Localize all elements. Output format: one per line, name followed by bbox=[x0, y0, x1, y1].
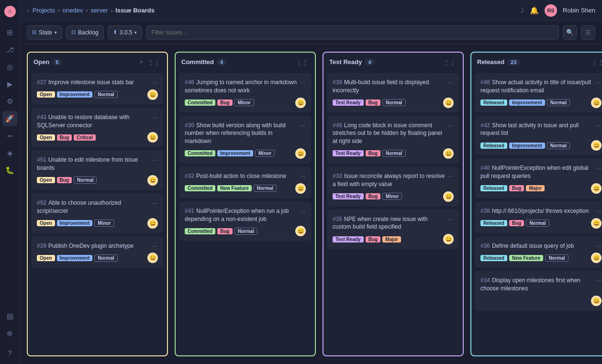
breadcrumb-projects[interactable]: Projects bbox=[33, 7, 55, 14]
user-name: Robin Shen bbox=[563, 7, 595, 14]
card-avatar: 😄 bbox=[591, 183, 602, 194]
card-avatar: 😄 bbox=[443, 98, 454, 108]
card-id: #42 bbox=[480, 122, 490, 129]
table-row[interactable]: #35NPE when create new issue with custom… bbox=[327, 210, 459, 249]
card-menu-icon[interactable]: ··· bbox=[596, 78, 602, 86]
table-row[interactable]: #39Multi-build issue field is displayed … bbox=[327, 73, 459, 112]
card-footer: CommittedBugMinor 😄 bbox=[185, 98, 306, 108]
column-menu-icon[interactable]: ⋮⋮ bbox=[443, 57, 457, 66]
table-row[interactable]: #30Show build version along with build n… bbox=[179, 116, 311, 163]
milestone-filter-button[interactable]: ⬆ 3.0.5 ▾ bbox=[108, 25, 143, 40]
table-row[interactable]: #40NullPointerException when edit global… bbox=[475, 159, 602, 198]
badge-released: Released bbox=[480, 99, 507, 106]
card-footer: CommittedNew FeatureNormal 😄 bbox=[185, 183, 306, 194]
sidebar-toggle-icon[interactable]: › bbox=[27, 7, 29, 14]
table-row[interactable]: #34Display open milestones first when ch… bbox=[475, 271, 602, 310]
table-row[interactable]: #48Show actual activity in title of issu… bbox=[475, 73, 602, 112]
table-row[interactable]: #41NullPointerException when run a job d… bbox=[179, 202, 311, 241]
card-header: #48Show actual activity in title of issu… bbox=[480, 78, 602, 95]
card-title: #33Issue reconcile always report to reso… bbox=[333, 172, 446, 188]
column-menu-icon[interactable]: ⋮⋮ bbox=[295, 57, 309, 66]
card-header: #45Long code block in issue comment stre… bbox=[333, 121, 454, 145]
card-menu-icon[interactable]: ··· bbox=[448, 78, 454, 86]
state-filter-button[interactable]: ⊟ State ▾ bbox=[27, 25, 62, 40]
table-row[interactable]: #38http://:6610/projects/ throws excepti… bbox=[475, 202, 602, 233]
column-menu-icon[interactable]: ⋮⋮ bbox=[591, 57, 602, 66]
table-row[interactable]: #51Unable to edit milestone from issue b… bbox=[32, 151, 163, 190]
card-menu-icon[interactable]: ··· bbox=[596, 276, 602, 284]
sidebar-item-more[interactable]: ••• bbox=[2, 128, 18, 143]
card-menu-icon[interactable]: ··· bbox=[152, 156, 158, 164]
view-options-button[interactable]: ☰ bbox=[581, 25, 595, 40]
card-header: #36Define default issue query of job ··· bbox=[480, 242, 602, 250]
sidebar-item-dashboard[interactable]: ⊞ bbox=[2, 25, 18, 40]
add-card-button[interactable]: + bbox=[138, 57, 144, 66]
card-menu-icon[interactable]: ··· bbox=[152, 242, 158, 250]
table-row[interactable]: #45Long code block in issue comment stre… bbox=[327, 116, 459, 163]
card-header: #51Unable to edit milestone from issue b… bbox=[37, 156, 158, 172]
filter-input[interactable] bbox=[146, 25, 559, 40]
breadcrumb-server[interactable]: server bbox=[90, 7, 108, 14]
table-row[interactable]: #42Show last activity in issue and pull … bbox=[475, 116, 602, 155]
card-menu-icon[interactable]: ··· bbox=[300, 78, 306, 86]
breadcrumb-onedev[interactable]: onedev bbox=[63, 7, 83, 14]
card-menu-icon[interactable]: ··· bbox=[596, 121, 602, 129]
table-row[interactable]: #33Issue reconcile always report to reso… bbox=[327, 167, 459, 206]
sidebar-item-help[interactable]: ? bbox=[2, 345, 18, 360]
badge-new-feature: New Feature bbox=[217, 185, 251, 191]
table-row[interactable]: #46Jumping to named anchor in markdown s… bbox=[179, 73, 311, 112]
bell-icon[interactable]: 🔔 bbox=[530, 6, 539, 15]
sidebar-item-builds[interactable]: ▶ bbox=[2, 77, 18, 92]
card-menu-icon[interactable]: ··· bbox=[300, 172, 306, 180]
badge-committed: Committed bbox=[185, 150, 215, 156]
card-menu-icon[interactable]: ··· bbox=[596, 207, 602, 215]
avatar[interactable]: RS bbox=[545, 4, 557, 17]
sidebar-item-boards[interactable]: 🚀 bbox=[2, 111, 18, 126]
sidebar-item-code[interactable]: ⎇ bbox=[2, 42, 18, 57]
card-menu-icon[interactable]: ··· bbox=[300, 121, 306, 129]
badge-test-ready: Test Ready bbox=[333, 236, 364, 243]
sidebar-item-issues[interactable]: ◎ bbox=[2, 59, 18, 75]
card-id: #33 bbox=[333, 173, 342, 179]
moon-icon[interactable]: ☽ bbox=[518, 6, 524, 15]
table-row[interactable]: #32Post-build action to close milestone … bbox=[179, 167, 311, 198]
table-row[interactable]: #29Publish OneDev plugin archetype ··· O… bbox=[32, 237, 163, 268]
card-menu-icon[interactable]: ··· bbox=[152, 199, 158, 207]
card-footer: ReleasedImprovementNormal 😄 bbox=[480, 140, 602, 151]
card-menu-icon[interactable]: ··· bbox=[448, 121, 454, 129]
state-filter-label: State bbox=[39, 29, 52, 36]
table-row[interactable]: #52Able to choose unauthorized script/se… bbox=[32, 194, 163, 233]
card-menu-icon[interactable]: ··· bbox=[448, 172, 454, 180]
sidebar-item-settings[interactable]: ⚙ bbox=[2, 94, 18, 109]
badge-bug: Bug bbox=[57, 177, 72, 183]
sidebar-item-stats[interactable]: ▤ bbox=[2, 309, 18, 324]
card-menu-icon[interactable]: ··· bbox=[152, 78, 158, 86]
sidebar-item-group[interactable]: ⊕ bbox=[2, 326, 18, 341]
backlog-filter-button[interactable]: ⊡ Backlog bbox=[66, 25, 104, 40]
card-menu-icon[interactable]: ··· bbox=[596, 242, 602, 250]
milestone-filter-icon: ⬆ bbox=[113, 29, 117, 35]
card-menu-icon[interactable]: ··· bbox=[152, 113, 158, 121]
card-menu-icon[interactable]: ··· bbox=[300, 207, 306, 215]
table-row[interactable]: #37Improve milestone issue stats bar ···… bbox=[32, 73, 163, 104]
card-id: #32 bbox=[185, 173, 194, 179]
column-count-open: 5 bbox=[52, 59, 62, 66]
app-logo[interactable]: ○ bbox=[2, 4, 18, 19]
card-menu-icon[interactable]: ··· bbox=[448, 215, 454, 223]
search-button[interactable]: 🔍 bbox=[563, 25, 577, 40]
card-id: #52 bbox=[37, 199, 46, 206]
sidebar-item-bug[interactable]: 🐛 bbox=[2, 163, 18, 178]
state-filter-icon: ⊟ bbox=[32, 29, 36, 35]
card-title: #43Unable to restore database with SQLSe… bbox=[37, 113, 150, 130]
card-id: #51 bbox=[37, 156, 46, 163]
card-avatar: 😄 bbox=[295, 226, 306, 236]
table-row[interactable]: #36Define default issue query of job ···… bbox=[475, 237, 602, 268]
card-footer: CommittedBugNormal 😄 bbox=[185, 226, 306, 236]
backlog-filter-icon: ⊡ bbox=[71, 29, 76, 35]
column-menu-icon[interactable]: ⋮⋮ bbox=[147, 57, 161, 66]
badge-new-feature: New Feature bbox=[509, 255, 543, 261]
sidebar-item-tag[interactable]: ◈ bbox=[2, 145, 18, 161]
card-menu-icon[interactable]: ··· bbox=[596, 164, 602, 172]
table-row[interactable]: #43Unable to restore database with SQLSe… bbox=[32, 108, 163, 147]
badge-normal: Normal bbox=[254, 185, 277, 192]
